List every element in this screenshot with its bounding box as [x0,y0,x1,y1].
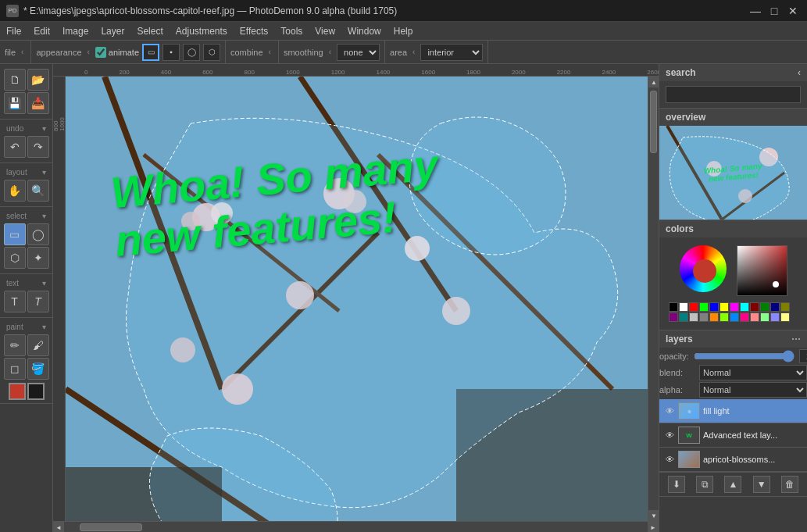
color-swatch[interactable] [750,302,759,312]
menu-item-layer[interactable]: Layer [95,24,130,38]
paint-chevron[interactable]: ▾ [42,323,46,331]
smoothing-panel-chevron[interactable]: ‹ [327,48,334,56]
layer-item-fill-light[interactable]: 👁 ≋ fill light [659,399,807,423]
overview-thumbnail[interactable]: Whoa! So manynew features! [659,126,807,220]
delete-layer-btn[interactable]: 🗑 [781,476,798,493]
color-swatch[interactable] [720,312,729,322]
layer-item-photo[interactable]: 👁 apricot-blossoms... [659,448,807,472]
color-swatch[interactable] [699,312,709,322]
menu-item-help[interactable]: Help [387,24,420,38]
brush-btn[interactable]: 🖌 [27,334,49,356]
menu-item-tools[interactable]: Tools [274,24,309,38]
color-swatch[interactable] [689,302,698,312]
appearance-panel-chevron[interactable]: ‹ [85,48,92,56]
undo-chevron[interactable]: ▾ [42,124,46,133]
text-italic-btn[interactable]: T [27,291,49,312]
ellipse-select-btn[interactable]: ◯ [27,223,49,245]
rect-select-btn[interactable]: ▭ [4,223,26,245]
color-swatch[interactable] [750,312,759,322]
search-header[interactable]: search ‹ [659,64,807,81]
color-swatch[interactable] [740,302,749,312]
lasso-select-btn[interactable]: ⬡ [4,247,26,269]
color-picker-container[interactable] [737,245,787,296]
color-swatch[interactable] [669,302,678,312]
layer-eye-2[interactable]: 👁 [664,430,675,441]
overview-header[interactable]: overview [659,109,807,126]
color-swatch[interactable] [699,302,709,312]
move-layer-up-btn[interactable]: ▲ [724,476,741,493]
sel-ellipse-btn[interactable]: ◯ [183,44,200,61]
vscroll-thumb[interactable] [650,91,657,153]
sel-rect2-btn[interactable]: ▪ [162,44,180,61]
redo-btn[interactable]: ↷ [27,136,49,158]
color-swatch[interactable] [720,302,729,312]
vscroll-down-btn[interactable]: ▼ [648,510,659,521]
smoothing-select[interactable]: none [337,44,380,61]
horizontal-scrollbar[interactable]: ◄ ► [53,521,659,532]
maximize-button[interactable]: □ [766,4,782,18]
hscroll-left-btn[interactable]: ◄ [53,522,64,532]
foreground-color[interactable] [9,383,26,400]
menu-item-select[interactable]: Select [130,24,169,38]
combine-panel-chevron[interactable]: ‹ [266,48,273,56]
colors-header[interactable]: colors [659,220,807,237]
menu-item-file[interactable]: File [0,24,27,38]
color-swatch[interactable] [689,312,698,322]
menu-item-edit[interactable]: Edit [27,24,56,38]
opacity-input[interactable]: 100 [799,349,807,363]
color-swatch[interactable] [669,312,678,322]
color-wheel-container[interactable] [680,245,730,296]
vscroll-up-btn[interactable]: ▲ [648,77,659,87]
pencil-btn[interactable]: ✏ [4,334,26,356]
layers-header[interactable]: layers ⋯ [659,330,807,348]
hscroll-thumb[interactable] [80,523,142,531]
undo-btn[interactable]: ↶ [4,136,26,158]
animate-checkbox[interactable] [95,47,106,58]
search-input[interactable] [666,86,801,103]
layer-item-text[interactable]: 👁 W Advanced text lay... [659,423,807,448]
area-select[interactable]: interior [420,44,483,61]
duplicate-layer-btn[interactable]: ⧉ [696,476,713,493]
save-as-btn[interactable]: 📥 [27,92,49,114]
layer-eye-3[interactable]: 👁 [664,454,675,465]
opacity-slider[interactable] [694,351,795,362]
menu-item-window[interactable]: Window [341,24,387,38]
open-file-btn[interactable]: 📂 [27,69,49,91]
layout-chevron[interactable]: ▾ [42,168,46,177]
magic-select-btn[interactable]: ✦ [27,247,49,269]
alpha-select[interactable]: Normal Multiply [699,382,807,398]
fill-btn[interactable]: 🪣 [27,358,49,380]
eraser-btn[interactable]: ◻ [4,358,26,380]
save-btn[interactable]: 💾 [4,92,26,114]
area-panel-chevron[interactable]: ‹ [410,48,417,56]
color-picker-box[interactable] [737,245,787,296]
color-swatch[interactable] [770,302,780,312]
color-swatch[interactable] [730,302,739,312]
color-swatch[interactable] [780,302,790,312]
color-swatch[interactable] [709,302,719,312]
color-swatch[interactable] [780,312,790,322]
text-chevron[interactable]: ▾ [42,279,46,287]
hscroll-right-btn[interactable]: ► [648,522,659,532]
sel-rect-btn[interactable]: ▭ [142,44,159,61]
menu-item-adjustments[interactable]: Adjustments [170,24,234,38]
close-button[interactable]: ✕ [785,4,801,18]
color-swatch[interactable] [709,312,719,322]
menu-item-image[interactable]: Image [56,24,95,38]
menu-item-view[interactable]: View [309,24,341,38]
layer-eye-1[interactable]: 👁 [664,405,675,416]
color-swatch[interactable] [740,312,749,322]
file-panel-chevron[interactable]: ‹ [19,48,26,56]
new-file-btn[interactable]: 🗋 [4,69,26,91]
color-swatch[interactable] [679,302,688,312]
vertical-scrollbar[interactable]: ▲ ▼ [648,77,659,521]
menu-item-effects[interactable]: Effects [234,24,274,38]
color-swatch[interactable] [770,312,780,322]
text-tool-btn[interactable]: T [4,291,26,312]
color-swatch[interactable] [760,302,770,312]
background-color[interactable] [27,383,45,400]
pan-tool-btn[interactable]: ✋ [4,180,26,202]
move-layer-down-btn[interactable]: ▼ [753,476,770,493]
zoom-tool-btn[interactable]: 🔍 [27,180,49,202]
canvas-area[interactable]: Whoa! So manynew features! [66,77,648,521]
